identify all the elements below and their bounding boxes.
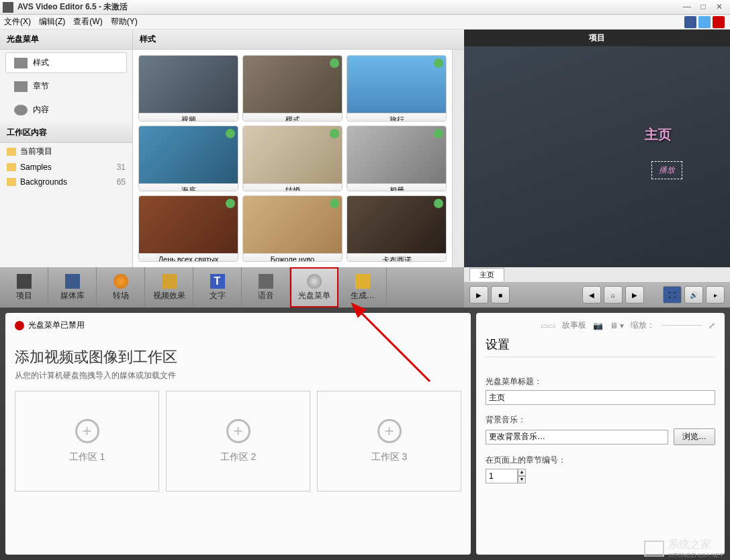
style-wedding[interactable]: 结婚 [242, 126, 343, 192]
minimize-button[interactable]: — [679, 2, 695, 13]
storyboard-label[interactable]: 故事板 [562, 320, 586, 331]
preview-header: 项目 [464, 30, 730, 46]
menu-help[interactable]: 帮助(Y) [111, 16, 138, 28]
facebook-icon[interactable] [684, 16, 696, 28]
scrollbar[interactable] [452, 50, 464, 267]
text-tool[interactable]: T文字 [193, 267, 242, 308]
spinner-up[interactable]: ▲ [518, 469, 526, 476]
preview-play-text[interactable]: 播放 [651, 161, 682, 179]
next-button[interactable]: ▶ [625, 286, 644, 304]
discmenu-header: 光盘菜单 [0, 30, 132, 50]
bgm-input[interactable] [486, 430, 668, 445]
watermark-logo [644, 541, 664, 557]
style-halloween[interactable]: День всех святых [138, 195, 238, 262]
play-button[interactable]: ▶ [469, 286, 488, 304]
preview-panel: 项目 主页 播放 [464, 30, 730, 267]
workarea-panel: 光盘菜单已禁用 添加视频或图像到工作区 从您的计算机硬盘拖拽导入的媒体或加载文件… [5, 313, 471, 555]
app-icon [3, 2, 13, 13]
display-icon[interactable]: 🖥 ▾ [610, 321, 624, 330]
style-video[interactable]: 视频 [138, 55, 238, 122]
style-cappuccino[interactable]: 卡布西诺 [347, 195, 447, 262]
produce-tool[interactable]: 生成… [338, 267, 387, 308]
plus-icon: + [75, 419, 99, 443]
volume-button[interactable]: 🔊 [684, 286, 703, 304]
folder-icon [7, 178, 16, 186]
voice-icon [259, 274, 273, 289]
produce-icon [355, 274, 370, 289]
main-toolbar: 项目 媒体库 转场 视频效果 T文字 语音 光盘菜单 生成… 主页 ▶ ■ ◀ … [0, 267, 730, 308]
browse-button[interactable]: 浏览… [674, 428, 715, 445]
chapter-spinner[interactable]: ▲▼ [486, 469, 526, 483]
chapter-icon [14, 81, 28, 92]
window-title: AVS Video Editor 6.5 - 未激活 [17, 1, 679, 13]
zoom-slider[interactable] [661, 325, 702, 326]
workspace-header: 工作区内容 [0, 123, 132, 143]
menu-file[interactable]: 文件(X) [4, 16, 31, 28]
project-icon [17, 274, 32, 289]
content-icon [14, 105, 28, 115]
menu-edit[interactable]: 编辑(Z) [39, 16, 65, 28]
workarea-title: 添加视频或图像到工作区 [15, 347, 461, 367]
settings-panel: ▭▭ 故事板 📷 🖥 ▾ 缩放： ⤢ 设置 光盘菜单标题： 背景音乐： 浏览… [476, 313, 725, 555]
content-button[interactable]: 内容 [5, 99, 127, 120]
menubar: 文件(X) 编辑(Z) 查看(W) 帮助(Y) [0, 15, 730, 30]
star-icon [330, 58, 339, 68]
preview-title-text[interactable]: 主页 [645, 126, 672, 144]
style-travel[interactable]: 旅行 [347, 55, 447, 122]
maximize-button[interactable]: □ [695, 2, 711, 13]
videofx-icon [162, 274, 177, 289]
folder-samples[interactable]: Samples 31 [0, 160, 132, 175]
chapter-label: 在页面上的章节编号： [486, 455, 715, 466]
titlebar: AVS Video Editor 6.5 - 未激活 — □ ✕ [0, 0, 730, 15]
workzone-2[interactable]: +工作区 2 [166, 391, 310, 492]
workzone-1[interactable]: +工作区 1 [15, 391, 159, 492]
left-panel: 光盘菜单 样式 章节 内容 工作区内容 当前项目 Samples [0, 30, 133, 267]
camera-icon[interactable]: 📷 [593, 321, 603, 330]
style-icon [14, 58, 28, 68]
spinner-down[interactable]: ▼ [518, 476, 526, 483]
stop-button[interactable]: ■ [491, 286, 510, 304]
folder-backgrounds[interactable]: Backgrounds 65 [0, 175, 132, 189]
fit-icon[interactable]: ⤢ [709, 321, 715, 330]
videofx-tool[interactable]: 视频效果 [145, 267, 193, 308]
style-underwater[interactable]: 海底 [138, 126, 238, 192]
style-album[interactable]: 相册 [347, 126, 447, 192]
home-button[interactable]: ⌂ [604, 286, 623, 304]
preview-image[interactable]: 主页 播放 [464, 46, 730, 267]
chapter-button[interactable]: 章节 [5, 76, 127, 97]
project-tool[interactable]: 项目 [0, 267, 48, 308]
disabled-icon [15, 321, 24, 330]
fullscreen-button[interactable]: ⛶ [663, 286, 682, 304]
workarea-subtitle: 从您的计算机硬盘拖拽导入的媒体或加载文件 [15, 370, 461, 381]
bgm-label: 背景音乐： [486, 414, 715, 426]
star-icon [330, 129, 339, 138]
playback-bar: 主页 ▶ ■ ◀ ⌂ ▶ ⛶ 🔊 ▸ [464, 267, 730, 308]
transition-icon [113, 274, 128, 289]
media-tool[interactable]: 媒体库 [48, 267, 97, 308]
voice-tool[interactable]: 语音 [242, 267, 290, 308]
discmenu-tool[interactable]: 光盘菜单 [290, 267, 338, 308]
title-label: 光盘菜单标题： [486, 376, 715, 387]
preview-tab[interactable]: 主页 [469, 268, 504, 281]
style-mode[interactable]: 模式 [242, 55, 343, 122]
watermark: 系统之家 XITONGZHIJIA.NET [644, 538, 723, 559]
title-input[interactable] [486, 390, 715, 405]
close-button[interactable]: ✕ [711, 2, 727, 13]
twitter-icon[interactable] [698, 16, 711, 28]
settings-title: 设置 [486, 336, 715, 357]
media-icon [65, 274, 80, 289]
more-button[interactable]: ▸ [706, 286, 725, 304]
text-icon: T [210, 274, 225, 289]
youtube-icon[interactable] [713, 16, 725, 28]
styles-header: 样式 [133, 30, 464, 50]
transition-tool[interactable]: 转场 [97, 267, 145, 308]
menu-view[interactable]: 查看(W) [73, 16, 102, 28]
style-button[interactable]: 样式 [5, 52, 127, 73]
plus-icon: + [377, 419, 402, 443]
star-icon [434, 58, 443, 68]
folder-current[interactable]: 当前项目 [0, 143, 132, 160]
prev-button[interactable]: ◀ [582, 286, 601, 304]
style-beaujolais[interactable]: Божоле нуво [242, 195, 343, 262]
workzone-3[interactable]: +工作区 3 [317, 391, 461, 492]
styles-panel: 样式 视频 模式 旅行 海底 结婚 相册 День всех святых Бо… [133, 30, 464, 267]
